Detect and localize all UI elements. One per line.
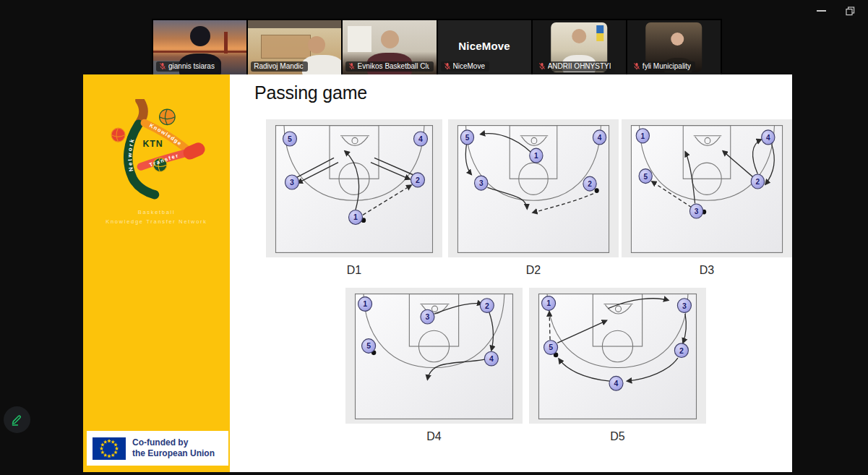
svg-text:1: 1	[534, 151, 538, 161]
muted-mic-icon	[538, 62, 546, 70]
eu-badge-text: Co-funded by the European Union	[132, 437, 215, 459]
participant-filmstrip: giannis tsiarasRadivoj MandicEvnikos Bas…	[152, 19, 722, 76]
svg-text:1: 1	[363, 299, 367, 308]
person-head	[381, 30, 399, 48]
svg-text:2: 2	[756, 177, 760, 187]
diagram-label: D4	[345, 430, 523, 443]
player-marker: 2	[411, 173, 425, 187]
player-marker: 4	[484, 351, 498, 366]
annotate-button[interactable]	[4, 406, 30, 433]
court-lines	[276, 126, 433, 253]
player-marker: 3	[689, 204, 702, 218]
player-marker: 5	[460, 130, 473, 145]
player-marker: 3	[475, 176, 488, 190]
player-marker: 1	[349, 210, 363, 224]
player-marker: 4	[609, 376, 623, 390]
player-marker: 4	[762, 130, 775, 145]
player-marker: 1	[636, 129, 649, 143]
participant-tile[interactable]: giannis tsiaras	[153, 20, 246, 74]
svg-text:5: 5	[465, 132, 470, 142]
court-diagram: 54132	[457, 124, 610, 254]
bridge-tower	[224, 32, 228, 54]
basketball-red	[111, 128, 125, 142]
diagram-label: D1	[266, 264, 442, 277]
participant-name: giannis tsiaras	[168, 62, 215, 70]
svg-text:3: 3	[290, 178, 294, 187]
svg-text:2: 2	[485, 301, 489, 309]
player-marker: 3	[285, 175, 299, 189]
svg-text:3: 3	[479, 179, 484, 188]
office-window	[348, 26, 372, 52]
minimize-button[interactable]	[810, 3, 832, 19]
svg-text:3: 3	[426, 312, 430, 321]
pencil-icon	[10, 413, 24, 427]
muted-mic-icon	[633, 62, 640, 70]
svg-text:5: 5	[643, 171, 648, 181]
player-marker: 3	[677, 299, 691, 313]
restore-button[interactable]	[839, 3, 861, 19]
logo-ktn-text: KTN	[142, 139, 163, 149]
player-marker: 3	[421, 309, 434, 324]
person-head	[190, 26, 210, 46]
player-marker: 2	[751, 174, 764, 189]
player-marker: 5	[362, 339, 376, 354]
player-marker: 4	[414, 132, 428, 146]
tactics-board	[261, 35, 311, 59]
shared-slide: Network Knowledge Transfer KTN Basketbal…	[83, 74, 792, 472]
participant-tile[interactable]: NiceMoveNiceMove	[438, 20, 531, 74]
restore-icon	[846, 7, 855, 16]
person-head	[572, 29, 586, 43]
svg-text:5: 5	[549, 343, 553, 351]
player-marker: 2	[480, 299, 494, 313]
bridge-deck	[153, 51, 246, 53]
svg-text:5: 5	[288, 134, 292, 143]
person-torso	[302, 55, 341, 74]
ktn-logo: Network Knowledge Transfer KTN	[96, 99, 217, 210]
court-lines	[539, 294, 697, 419]
muted-mic-icon	[348, 62, 355, 70]
svg-text:3: 3	[695, 207, 699, 216]
svg-text:2: 2	[416, 176, 420, 184]
player-marker: 1	[542, 296, 556, 311]
participant-name-label: Evnikos Basketball Club	[345, 61, 433, 72]
svg-text:2: 2	[588, 179, 592, 189]
participant-name-label: fyli Municipality	[630, 61, 695, 72]
court-diagram: 13524	[538, 293, 697, 420]
slide-title: Passing game	[254, 82, 367, 103]
diagram-panel: 54132	[448, 119, 619, 257]
player-marker: 1	[358, 297, 372, 312]
diagram-panel: 12354	[345, 288, 523, 424]
player-marker: 5	[544, 341, 558, 355]
svg-text:4: 4	[598, 132, 602, 142]
svg-text:5: 5	[366, 341, 371, 350]
svg-text:2: 2	[679, 346, 684, 355]
diagram-label: D5	[529, 430, 706, 443]
participant-name: NiceMove	[453, 62, 485, 70]
player-marker: 2	[583, 176, 596, 191]
player-marker: 4	[593, 130, 606, 145]
person-head	[308, 36, 325, 54]
participant-tile[interactable]: Evnikos Basketball Club	[343, 20, 436, 74]
player-marker: 1	[530, 148, 543, 163]
muted-mic-icon	[444, 62, 451, 70]
slide-sidebar: Network Knowledge Transfer KTN Basketbal…	[83, 74, 230, 472]
participant-name-label: giannis tsiaras	[156, 61, 219, 72]
player-marker: 5	[283, 132, 297, 146]
participant-tile[interactable]: Radivoj Mandic	[248, 20, 341, 74]
svg-text:1: 1	[353, 213, 358, 221]
diagram-label: D2	[448, 264, 619, 277]
muted-mic-icon	[159, 62, 166, 70]
participant-name: Radivoj Mandic	[254, 62, 303, 70]
svg-text:4: 4	[614, 379, 619, 388]
diagram-panel: 14523	[622, 119, 792, 257]
diagram-panel: 54321	[266, 119, 442, 257]
app-window: giannis tsiarasRadivoj MandicEvnikos Bas…	[0, 0, 868, 475]
participant-display-name: NiceMove	[458, 40, 510, 52]
participant-tile[interactable]: fyli Municipality	[627, 20, 721, 74]
player-marker: 2	[674, 343, 688, 358]
basketball-orange	[160, 109, 176, 125]
person-head	[671, 33, 684, 46]
participant-tile[interactable]: ANDRII OHNYSTYI	[533, 20, 626, 74]
participant-name: Evnikos Basketball Club	[358, 62, 429, 70]
participant-name-label: Radivoj Mandic	[251, 61, 307, 72]
